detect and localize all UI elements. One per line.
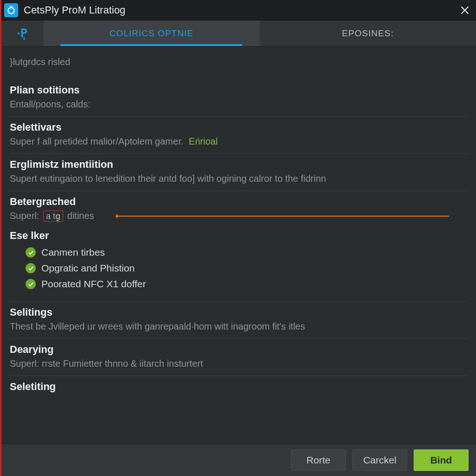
section-desc: Entall/poons, calds: <box>10 98 468 111</box>
tab-bar: ·P̩ Colirics Optnie Eposines: <box>1 20 476 46</box>
chip-atg[interactable]: a tg̣ <box>43 211 63 222</box>
tab-colirics-optnie[interactable]: Colirics Optnie <box>43 20 260 46</box>
section-desc: Thest be Jvilleped ur wrees with ganrepa… <box>10 320 468 333</box>
svg-point-0 <box>8 7 14 13</box>
check-item[interactable]: Opgratic and Phistion <box>26 260 468 276</box>
section-plian[interactable]: Plian sotitions Entall/poons, calds: <box>10 79 468 117</box>
check-label: Poorated NFC X1 doffer <box>41 278 146 290</box>
tab-glyph-icon: ·P̩ <box>17 27 28 40</box>
cancel-button[interactable]: Carckel <box>352 450 407 471</box>
enrioal-link[interactable]: Eńrioal <box>189 136 218 146</box>
section-desc: Super f all pretided malior/Aptolem game… <box>10 135 468 148</box>
desc-text: Super f all pretided malior/Aptolem game… <box>10 136 184 146</box>
dialog-window: CetsPly ProM Litratiog ·P̩ Colirics Optn… <box>0 0 476 476</box>
section-selitings[interactable]: Selitings Thest be Jvilleped ur wrees wi… <box>10 301 468 339</box>
footer-bar: Rorte Carckel Bind <box>1 443 476 476</box>
section-seletiting[interactable]: Seletiting <box>10 376 468 400</box>
check-icon <box>26 247 36 258</box>
section-title: Dearying <box>10 344 468 356</box>
section-selettivars[interactable]: Selettivars Super f all pretided malior/… <box>10 117 468 154</box>
section-desc: Superl: rrste Fumietter thnno & iitarch … <box>10 357 468 370</box>
titlebar: CetsPly ProM Litratiog <box>1 0 476 20</box>
check-item[interactable]: Canmen tirbes <box>26 245 468 260</box>
bind-button[interactable]: Bind <box>414 450 469 471</box>
section-title: Selitings <box>10 306 468 318</box>
section-beter[interactable]: Betergrached Superl: a tg̣ ditines <box>10 191 468 228</box>
check-item[interactable]: Poorated NFC X1 doffer <box>26 276 468 292</box>
app-icon <box>4 3 18 17</box>
section-title: Erglimistz imentiition <box>10 159 468 171</box>
check-list: Canmen tirbes Opgratic and Phistion Poor… <box>26 245 468 292</box>
section-title: Selettivars <box>10 121 468 133</box>
window-title: CetsPly ProM Litratiog <box>24 4 456 16</box>
section-erglim[interactable]: Erglimistz imentiition Supert eutingaion… <box>10 154 468 191</box>
section-title: Seletiting <box>10 381 468 393</box>
section-eselker: Ese lker Canmen tirbes Opgratic and Phis… <box>10 228 468 301</box>
check-icon <box>26 279 36 289</box>
section-dearying[interactable]: Dearying Superl: rrste Fumietter thnno &… <box>10 339 468 376</box>
section-title: Betergrached <box>10 196 468 208</box>
desc-pre: Superl: <box>10 211 42 221</box>
check-label: Opgratic and Phistion <box>41 263 135 274</box>
tab-eposines[interactable]: Eposines: <box>260 20 476 46</box>
check-label: Canmen tirbes <box>41 247 105 258</box>
section-title: Ese lker <box>10 230 468 242</box>
section-desc: Supert eutingaion to lenedition their an… <box>10 172 468 185</box>
section-title: Plian sotitions <box>10 84 468 96</box>
rorte-button[interactable]: Rorte <box>291 450 346 471</box>
check-icon <box>26 263 36 273</box>
intro-text: }lutgrdcs risled <box>10 57 468 67</box>
content-pane: }lutgrdcs risled Plian sotitions Entall/… <box>1 46 476 443</box>
desc-post: ditines <box>65 211 94 221</box>
close-button[interactable] <box>456 2 473 19</box>
tab-icon[interactable]: ·P̩ <box>1 20 43 46</box>
